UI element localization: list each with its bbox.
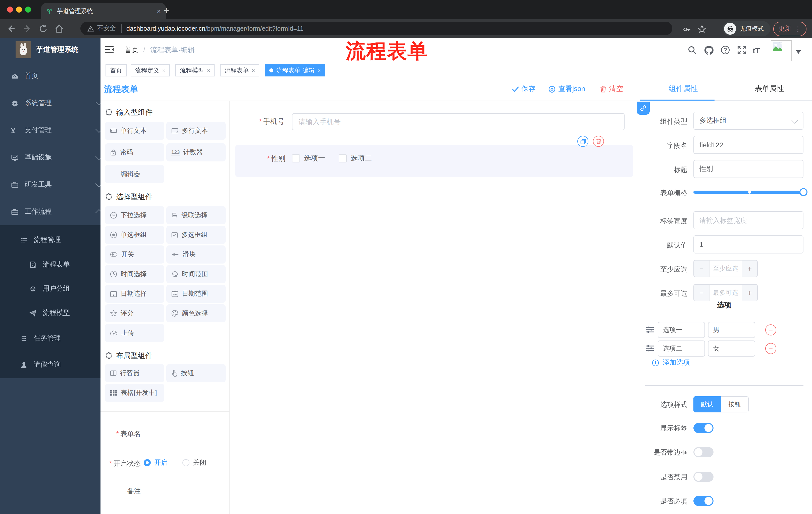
forward-icon[interactable]: [22, 24, 32, 34]
bookmark-star-icon[interactable]: [697, 25, 706, 34]
delete-component-button[interactable]: [593, 136, 604, 147]
palette-item-counter[interactable]: 123 计数器: [166, 143, 226, 161]
palette-item-upload[interactable]: 上传: [105, 324, 164, 342]
clear-button[interactable]: 清空: [600, 84, 623, 93]
slider-handle[interactable]: [800, 188, 808, 196]
tag-close-icon[interactable]: ×: [318, 67, 321, 74]
caret-down-icon[interactable]: [796, 50, 801, 54]
collapse-sidebar-icon[interactable]: [105, 45, 114, 54]
home-icon[interactable]: [54, 24, 64, 34]
drag-handle-icon[interactable]: [646, 326, 654, 333]
add-option-button[interactable]: 添加选项: [652, 358, 690, 367]
decrease-icon[interactable]: −: [694, 285, 709, 301]
title-input[interactable]: [693, 160, 804, 178]
palette-item-date-range[interactable]: 日期范围: [166, 285, 226, 303]
min-select-stepper[interactable]: − 至少应选 +: [693, 260, 758, 277]
sidebar-item-system[interactable]: 系统管理: [0, 90, 112, 116]
gender-checkbox-option1[interactable]: 选项一: [292, 154, 325, 163]
search-icon[interactable]: [687, 45, 697, 55]
tag-home[interactable]: 首页: [106, 64, 127, 77]
tag-close-icon[interactable]: ×: [252, 67, 255, 74]
browser-update-button[interactable]: 更新 ⋮: [773, 22, 807, 36]
palette-item-date-picker[interactable]: 日期选择: [105, 285, 164, 303]
palette-item-slider[interactable]: 滑块: [166, 245, 226, 264]
tag-process-model[interactable]: 流程模型 ×: [175, 64, 215, 77]
gender-checkbox-option2[interactable]: 选项二: [339, 154, 372, 163]
new-tab-button[interactable]: +: [164, 6, 169, 15]
palette-item-table[interactable]: 表格[开发中]: [105, 384, 164, 402]
palette-item-time-picker[interactable]: 时间选择: [105, 265, 164, 283]
palette-item-textarea[interactable]: 多行文本: [166, 122, 226, 140]
palette-item-time-range[interactable]: 时间范围: [166, 265, 226, 283]
tag-process-form[interactable]: 流程表单 ×: [220, 64, 260, 77]
increase-icon[interactable]: +: [742, 261, 757, 277]
palette-item-color-picker[interactable]: 颜色选择: [166, 304, 226, 322]
decrease-icon[interactable]: −: [694, 261, 709, 277]
sidebar-item-home[interactable]: 首页: [0, 63, 112, 88]
style-default-button[interactable]: 默认: [693, 396, 721, 412]
sidebar-item-payment[interactable]: ¥ 支付管理: [0, 118, 112, 143]
remove-option2-button[interactable]: −: [765, 343, 776, 354]
font-size-icon[interactable]: tT: [753, 46, 760, 55]
copy-component-button[interactable]: [577, 136, 588, 147]
tab-form-props[interactable]: 表单属性: [726, 77, 812, 100]
palette-item-cascader[interactable]: 级联选择: [166, 206, 226, 224]
sidebar-item-workflow[interactable]: 工作流程: [0, 199, 112, 224]
app-logo[interactable]: 芋道管理系统: [0, 38, 100, 61]
sidebar-item-infra[interactable]: 基础设施: [0, 145, 112, 170]
status-radio-on[interactable]: 开启: [144, 458, 168, 467]
option2-label-input[interactable]: [658, 341, 705, 357]
github-icon[interactable]: [704, 45, 714, 55]
password-key-icon[interactable]: [683, 25, 691, 34]
traffic-close-button[interactable]: [7, 6, 13, 12]
browser-menu-icon[interactable]: ⋮: [795, 25, 801, 33]
checkbox-icon[interactable]: [339, 154, 347, 162]
style-button-button[interactable]: 按钮: [721, 396, 749, 412]
palette-item-select[interactable]: 下拉选择: [105, 206, 164, 224]
border-toggle[interactable]: [693, 447, 714, 457]
option1-value-input[interactable]: [708, 322, 755, 338]
max-select-stepper[interactable]: − 最多可选 +: [693, 284, 758, 301]
increase-icon[interactable]: +: [742, 285, 757, 301]
palette-item-button[interactable]: 按钮: [166, 364, 226, 382]
option2-value-input[interactable]: [708, 341, 755, 357]
phone-field-input[interactable]: [292, 113, 625, 130]
view-json-button[interactable]: 查看json: [548, 84, 585, 93]
tab-component-props[interactable]: 组件属性: [640, 77, 726, 100]
link-drawer-handle[interactable]: [637, 102, 650, 115]
remove-option1-button[interactable]: −: [765, 324, 776, 335]
help-icon[interactable]: [721, 45, 730, 55]
option1-label-input[interactable]: [658, 322, 705, 338]
traffic-zoom-button[interactable]: [25, 6, 31, 12]
address-bar[interactable]: 不安全 dashboard.yudao.iocoder.cn/bpm/manag…: [80, 22, 672, 35]
component-type-select[interactable]: 多选框组: [693, 112, 804, 130]
status-radio-off[interactable]: 关闭: [182, 458, 206, 467]
browser-tab[interactable]: 芋道管理系统 ×: [41, 3, 166, 19]
palette-item-switch[interactable]: 开关: [105, 245, 164, 264]
save-button[interactable]: 保存: [512, 84, 535, 93]
tab-close-icon[interactable]: ×: [157, 7, 161, 15]
avatar[interactable]: [771, 40, 792, 61]
fullscreen-icon[interactable]: [737, 45, 747, 55]
back-icon[interactable]: [6, 24, 16, 34]
max-select-value[interactable]: 最多可选: [709, 285, 742, 301]
palette-item-editor[interactable]: 编辑器: [105, 165, 164, 183]
required-toggle[interactable]: [693, 496, 714, 506]
palette-item-radio-group[interactable]: 单选框组: [105, 226, 164, 244]
tag-process-definition[interactable]: 流程定义 ×: [130, 64, 170, 77]
reload-icon[interactable]: [38, 24, 48, 34]
field-name-input[interactable]: [693, 136, 804, 154]
traffic-minimize-button[interactable]: [16, 6, 22, 12]
selected-component-gender[interactable]: *性别 选项一 选项二: [235, 145, 633, 177]
drag-handle-icon[interactable]: [646, 345, 654, 352]
palette-item-rate[interactable]: 评分: [105, 304, 164, 322]
breadcrumb-home[interactable]: 首页: [125, 46, 139, 55]
palette-item-checkbox-group[interactable]: 多选框组: [166, 226, 226, 244]
form-grid-slider[interactable]: [693, 191, 804, 194]
disabled-toggle[interactable]: [693, 472, 714, 482]
palette-item-row-container[interactable]: 行容器: [105, 364, 164, 382]
sidebar-item-devtools[interactable]: 研发工具: [0, 172, 112, 197]
min-select-value[interactable]: 至少应选: [709, 261, 742, 277]
tag-process-form-edit[interactable]: 流程表单-编辑 ×: [265, 64, 325, 77]
palette-item-password[interactable]: 密码: [105, 143, 164, 161]
